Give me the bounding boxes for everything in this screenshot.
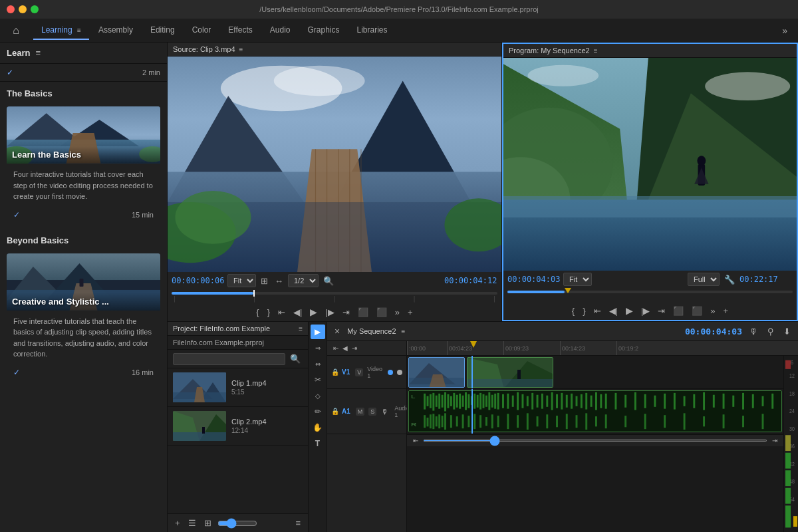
program-lift-btn[interactable]: ⬛ bbox=[671, 305, 686, 317]
timeline-add-track-btn[interactable]: ⚲ bbox=[765, 325, 776, 338]
source-overwrite-btn[interactable]: ⬛ bbox=[374, 306, 389, 319]
razor-tool-btn[interactable]: ✂ bbox=[311, 372, 325, 387]
timeline-close-btn[interactable]: × bbox=[332, 325, 342, 338]
source-go-in-btn[interactable]: ⇤ bbox=[276, 306, 287, 319]
source-monitor-menu-icon[interactable]: ≡ bbox=[239, 46, 243, 53]
program-go-in-btn[interactable]: ⇤ bbox=[592, 305, 603, 317]
program-add-btn[interactable]: + bbox=[722, 305, 731, 317]
tab-audio[interactable]: Audio bbox=[262, 21, 299, 40]
minimize-button[interactable] bbox=[19, 5, 27, 13]
timeline-more-btn[interactable]: ⬇ bbox=[781, 325, 793, 338]
project-search-icon[interactable]: 🔍 bbox=[288, 352, 303, 365]
track-select-tool-btn[interactable]: ⇒ bbox=[311, 340, 325, 355]
program-mark-out-btn[interactable]: } bbox=[581, 305, 587, 317]
close-button[interactable] bbox=[7, 5, 15, 13]
tab-learning[interactable]: Learning ≡ bbox=[33, 21, 89, 40]
timeline-go-end-btn[interactable]: ⇥ bbox=[350, 343, 359, 353]
program-step-back-btn[interactable]: ◀| bbox=[607, 305, 620, 317]
tutorial-card-creative[interactable]: Creative and Stylistic ... Five interact… bbox=[7, 253, 160, 382]
svg-rect-162 bbox=[684, 413, 686, 430]
project-settings-btn[interactable]: ≡ bbox=[293, 517, 303, 529]
source-mark-in-btn[interactable]: { bbox=[254, 306, 261, 319]
video-clip-1[interactable] bbox=[408, 357, 465, 388]
tab-color[interactable]: Color bbox=[184, 21, 219, 40]
home-button[interactable]: ⌂ bbox=[5, 20, 27, 41]
source-settings-btn[interactable]: ↔ bbox=[273, 275, 285, 287]
source-play-btn[interactable]: ▶ bbox=[308, 305, 319, 319]
timeline-go-start-btn[interactable]: ⇤ bbox=[331, 343, 340, 353]
fullscreen-button[interactable] bbox=[31, 5, 39, 13]
program-settings-btn[interactable]: 🔧 bbox=[722, 273, 737, 286]
source-step-fwd-btn[interactable]: |▶ bbox=[323, 306, 336, 319]
program-more-btn[interactable]: » bbox=[708, 305, 717, 317]
program-go-out-btn[interactable]: ⇥ bbox=[656, 305, 667, 317]
v1-lock-icon[interactable]: 🔒 bbox=[331, 368, 339, 376]
clip-item-1[interactable]: Clip 1.mp4 5:15 bbox=[168, 368, 308, 407]
timeline-menu-icon[interactable]: ≡ bbox=[402, 328, 406, 335]
program-mark-in-btn[interactable]: { bbox=[570, 305, 577, 317]
source-zoom-btn[interactable]: 🔍 bbox=[321, 275, 336, 287]
timeline-zoom-slider[interactable] bbox=[423, 440, 767, 442]
a1-mic-btn[interactable]: 🎙 bbox=[379, 406, 390, 417]
tutorial-card-learn-basics[interactable]: Learn the Basics Four interactive tutori… bbox=[7, 106, 160, 225]
timeline-scroll-right-btn[interactable]: ⇥ bbox=[770, 436, 779, 446]
hand-tool-btn[interactable]: ✋ bbox=[311, 420, 325, 435]
tab-assembly[interactable]: Assembly bbox=[90, 21, 141, 40]
project-panel-menu-icon[interactable]: ≡ bbox=[299, 325, 303, 332]
program-step-fwd-btn[interactable]: |▶ bbox=[639, 305, 652, 317]
timeline-settings-btn[interactable]: 🎙 bbox=[747, 325, 760, 338]
source-more-btn[interactable]: » bbox=[393, 306, 402, 319]
type-tool-btn[interactable]: T bbox=[311, 436, 325, 451]
project-zoom-slider[interactable] bbox=[217, 518, 257, 529]
svg-rect-117 bbox=[644, 394, 646, 408]
more-workspaces-button[interactable]: » bbox=[777, 25, 793, 36]
tab-libraries[interactable]: Libraries bbox=[349, 21, 396, 40]
tab-editing[interactable]: Editing bbox=[142, 21, 183, 40]
a1-solo-btn[interactable]: S bbox=[368, 408, 376, 416]
source-safe-margins-btn[interactable]: ⊞ bbox=[259, 275, 270, 287]
tab-effects[interactable]: Effects bbox=[220, 21, 260, 40]
source-mark-out-btn[interactable]: } bbox=[265, 306, 272, 319]
ripple-edit-btn[interactable]: ⇔ bbox=[311, 356, 325, 371]
program-monitor-menu-icon[interactable]: ≡ bbox=[594, 47, 598, 55]
a1-lock-icon[interactable]: 🔒 bbox=[331, 408, 339, 415]
v1-name: V1 bbox=[342, 368, 350, 376]
v1-mute-btn[interactable]: V bbox=[355, 368, 363, 376]
project-new-item-btn[interactable]: + bbox=[173, 517, 182, 529]
a1-mute-btn[interactable]: M bbox=[356, 408, 365, 416]
project-icon-view-btn[interactable]: ⊞ bbox=[202, 517, 213, 529]
pen-tool-btn[interactable]: ✏ bbox=[311, 404, 325, 419]
video-clip-2[interactable] bbox=[467, 357, 553, 388]
audio-clip-block[interactable]: L R bbox=[408, 390, 782, 432]
source-go-out-btn[interactable]: ⇥ bbox=[340, 306, 352, 319]
timeline-ruler[interactable]: :00:00 00:04:23 00:09:23 00:14:23 00:19:… bbox=[407, 341, 798, 355]
tab-graphics[interactable]: Graphics bbox=[299, 21, 347, 40]
slip-tool-btn[interactable]: ◇ bbox=[311, 388, 325, 403]
sidebar-menu-icon[interactable]: ≡ bbox=[35, 48, 41, 58]
program-playhead-marker[interactable] bbox=[565, 288, 571, 293]
track-label-v1: 🔒 V1 V Video 1 ⚙ bbox=[327, 356, 406, 389]
source-scale-dropdown[interactable]: 1/2 bbox=[288, 274, 319, 287]
tab-learning-menu-icon[interactable]: ≡ bbox=[77, 27, 81, 34]
source-playhead[interactable] bbox=[253, 290, 255, 297]
timeline-step-back-btn2[interactable]: ◀ bbox=[340, 343, 350, 353]
program-play-btn[interactable]: ▶ bbox=[624, 304, 635, 317]
source-add-btn[interactable]: + bbox=[406, 306, 415, 319]
program-fit-dropdown[interactable]: Fit bbox=[563, 273, 592, 286]
project-list-view-btn[interactable]: ☰ bbox=[186, 517, 198, 529]
timeline-go-start-btn2[interactable]: ⇤ bbox=[411, 436, 420, 446]
program-extract-btn[interactable]: ⬛ bbox=[690, 305, 704, 317]
svg-rect-100 bbox=[541, 394, 543, 409]
svg-rect-13 bbox=[80, 279, 84, 287]
source-fit-dropdown[interactable]: Fit bbox=[227, 274, 256, 287]
svg-rect-147 bbox=[497, 416, 499, 427]
program-scrubber[interactable] bbox=[507, 291, 793, 293]
source-insert-btn[interactable]: ⬛ bbox=[356, 306, 370, 319]
selection-tool-btn[interactable]: ▶ bbox=[311, 325, 325, 339]
project-search-input[interactable] bbox=[173, 353, 285, 365]
clip-item-2[interactable]: Clip 2.mp4 12:14 bbox=[168, 407, 308, 446]
source-scrubber[interactable] bbox=[172, 292, 497, 295]
source-step-back-btn[interactable]: ◀| bbox=[291, 306, 304, 319]
ruler-marks: :00:00 00:04:23 00:09:23 00:14:23 00:19:… bbox=[407, 341, 798, 355]
program-full-dropdown[interactable]: Full bbox=[688, 273, 720, 286]
